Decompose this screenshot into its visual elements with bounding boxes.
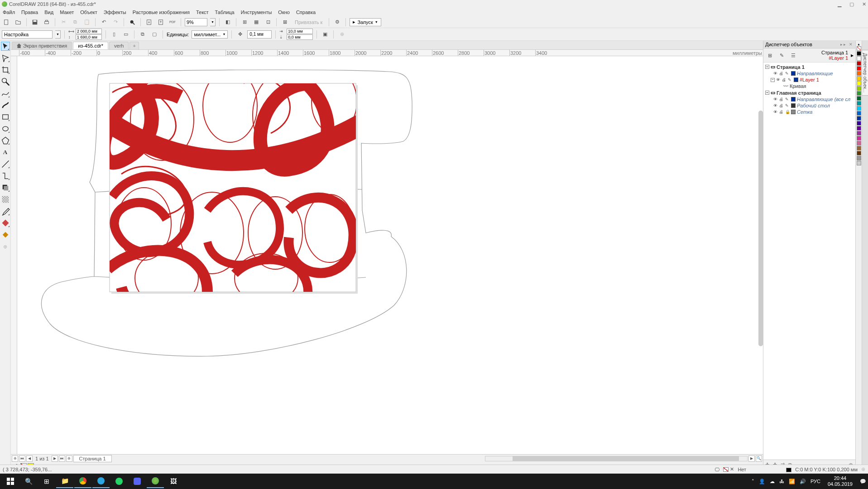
page-height-field[interactable]: 1 690,0 мм <box>76 34 102 40</box>
add-tool-button[interactable]: ⊕ <box>1 242 10 251</box>
color-swatch[interactable] <box>857 136 861 140</box>
pick-tool[interactable] <box>1 42 10 51</box>
nudge-field[interactable]: 0,1 мм <box>247 30 272 39</box>
menu-effects[interactable]: Эффекты <box>104 10 126 15</box>
copy-button[interactable]: ⧉ <box>71 18 80 27</box>
color-swatch[interactable] <box>857 141 861 145</box>
sound-icon[interactable]: 🔊 <box>800 479 806 484</box>
text-tool[interactable]: A <box>1 148 10 157</box>
om-layer-mgr-button[interactable]: ☰ <box>789 51 798 60</box>
transparency-tool[interactable] <box>1 195 10 204</box>
save-button[interactable] <box>30 18 39 27</box>
notifications-icon[interactable]: 💬 <box>860 479 866 484</box>
cut-button[interactable]: ✂ <box>59 18 68 27</box>
paste-button[interactable]: 📋 <box>82 18 91 27</box>
color-swatch[interactable] <box>857 161 861 165</box>
menu-file[interactable]: Файл <box>3 10 15 15</box>
ellipse-tool[interactable] <box>1 124 10 133</box>
show-rulers-button[interactable]: ⊞ <box>240 18 249 27</box>
color-swatch[interactable] <box>857 71 861 76</box>
people-icon[interactable]: 👤 <box>759 479 765 484</box>
undo-button[interactable]: ↶ <box>99 18 108 27</box>
color-swatch[interactable] <box>857 131 861 136</box>
portrait-button[interactable]: ▯ <box>110 30 119 39</box>
color-swatch[interactable] <box>857 121 861 126</box>
scrollbar-horizontal[interactable] <box>485 456 748 461</box>
color-swatch[interactable] <box>857 91 861 96</box>
om-edit-layers-button[interactable]: ✎ <box>777 51 786 60</box>
add-page-after-button[interactable]: ⊕ <box>66 455 72 462</box>
color-swatch[interactable] <box>857 146 861 150</box>
show-grid-button[interactable]: ▦ <box>252 18 261 27</box>
tray-chevron[interactable]: ˄ <box>752 479 754 484</box>
color-swatch[interactable] <box>857 106 861 111</box>
palette-up[interactable]: ▲ <box>857 43 860 46</box>
color-swatch[interactable] <box>857 61 861 66</box>
color-swatch[interactable] <box>857 116 861 121</box>
ruler-vertical[interactable] <box>11 56 17 454</box>
color-swatch[interactable] <box>857 76 861 81</box>
tab-doc1[interactable]: из-455.cdr* <box>73 42 108 49</box>
duplicate-y-field[interactable]: 0,0 мм <box>287 34 313 40</box>
fill-swatch-status[interactable]: ✕ <box>723 466 734 472</box>
whatsapp-taskbar[interactable] <box>110 474 128 488</box>
wifi-icon[interactable]: 📶 <box>789 479 795 484</box>
color-swatch[interactable] <box>857 126 861 131</box>
page-width-field[interactable]: 2 000,0 мм <box>76 29 102 34</box>
next-page-button[interactable]: ▶ <box>52 455 58 462</box>
status-add-button[interactable]: ⊕ <box>861 466 865 472</box>
taskview-button[interactable]: ⊞ <box>38 474 55 488</box>
maximize-icon[interactable]: ▢ <box>849 1 854 7</box>
smart-fill-tool[interactable] <box>1 230 10 239</box>
clock[interactable]: 20:44 04.05.2019 <box>825 475 855 487</box>
color-proof-icon[interactable]: 🖵 <box>715 467 719 472</box>
eyedropper-tool[interactable] <box>1 207 10 216</box>
color-swatch[interactable] <box>857 66 861 71</box>
polygon-tool[interactable] <box>1 136 10 145</box>
explorer-taskbar[interactable]: 📁 <box>56 474 73 488</box>
current-page-button[interactable]: ▢ <box>150 30 159 39</box>
color-swatch[interactable] <box>857 156 861 160</box>
last-page-button[interactable]: ⏭ <box>59 455 65 462</box>
onedrive-icon[interactable]: ☁ <box>770 479 775 484</box>
snap-off-button[interactable]: ⊠ <box>280 18 289 27</box>
menu-view[interactable]: Вид <box>44 10 53 15</box>
om-menu-button[interactable]: ▶ <box>851 53 854 58</box>
network-icon[interactable]: 🖧 <box>779 479 784 484</box>
menu-layout[interactable]: Макет <box>60 10 74 15</box>
menu-help[interactable]: Справка <box>296 10 316 15</box>
import-button[interactable] <box>144 18 153 27</box>
ruler-horizontal[interactable]: миллиметры -600-400-20002004006008001000… <box>11 50 763 56</box>
redo-button[interactable]: ↷ <box>111 18 120 27</box>
color-swatch[interactable] <box>857 56 861 61</box>
color-swatch[interactable] <box>857 111 861 116</box>
menu-tools[interactable]: Инструменты <box>241 10 272 15</box>
fill-tool[interactable] <box>1 218 10 228</box>
minimize-icon[interactable]: ▁ <box>838 1 841 7</box>
first-page-button[interactable]: ⏮ <box>19 455 25 462</box>
om-show-props-button[interactable]: ⊞ <box>765 51 774 60</box>
all-pages-button[interactable]: ⧉ <box>138 30 147 39</box>
zoom-dropdown[interactable]: ▼ <box>210 18 216 26</box>
docker-title[interactable]: Диспетчер объектов ▸▸ ✕ <box>763 41 855 48</box>
prev-page-button[interactable]: ◀ <box>26 455 33 462</box>
page-preset-field[interactable]: Настройка <box>2 30 53 39</box>
docker-collapse-icon[interactable]: ▸▸ ✕ <box>840 42 854 47</box>
duplicate-x-field[interactable]: 10,0 мм <box>287 29 313 34</box>
units-dropdown[interactable]: миллимет...▼ <box>192 30 228 39</box>
color-swatch[interactable] <box>857 151 861 155</box>
docker-tab-objects[interactable]: Диспетчер объек... <box>862 50 868 96</box>
close-icon[interactable]: ✕ <box>862 1 866 7</box>
landscape-button[interactable]: ▭ <box>121 30 130 39</box>
menu-window[interactable]: Окно <box>278 10 290 15</box>
zoom-tool[interactable] <box>1 77 10 86</box>
corel-taskbar[interactable] <box>147 474 164 488</box>
launch-dropdown[interactable]: ▸Запуск▼ <box>350 18 381 26</box>
scrollbar-vertical[interactable] <box>758 111 763 346</box>
open-button[interactable] <box>14 18 23 27</box>
menu-object[interactable]: Объект <box>80 10 97 15</box>
outline-swatch-status[interactable] <box>786 466 791 472</box>
menu-bitmaps[interactable]: Растровые изображения <box>133 10 190 15</box>
menu-table[interactable]: Таблица <box>215 10 235 15</box>
no-color-swatch[interactable] <box>857 46 861 51</box>
